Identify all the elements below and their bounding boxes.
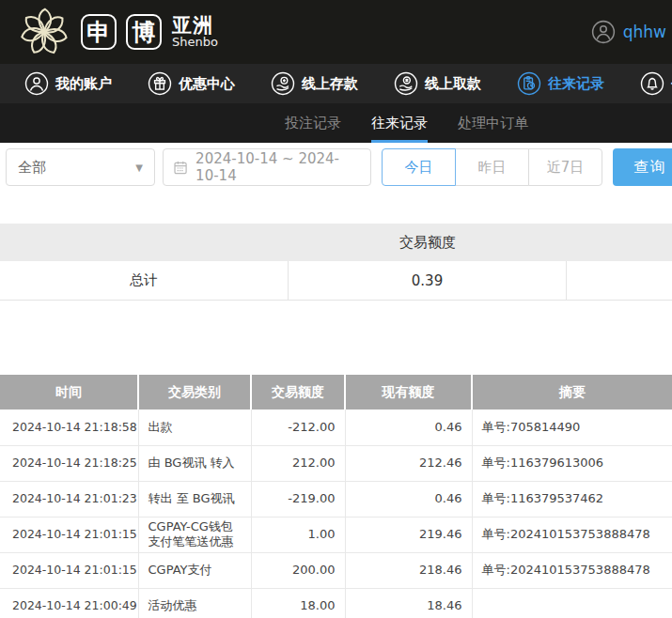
cell-balance: 218.46 bbox=[345, 552, 472, 588]
nav-item-deposit[interactable]: 线上存款 bbox=[271, 71, 358, 96]
summary-header-row: 交易额度 bbox=[0, 224, 672, 261]
date-range-input[interactable]: 2024-10-14 ~ 2024-10-14 bbox=[163, 148, 371, 186]
type-select-value: 全部 bbox=[18, 159, 46, 177]
summary-total-label: 总计 bbox=[0, 261, 289, 300]
table-row: 2024-10-14 21:18:25 由 BG视讯 转入 212.00 212… bbox=[0, 445, 672, 481]
logo-subtitle: Shenbo bbox=[172, 36, 218, 49]
summary-total-value: 0.39 bbox=[289, 261, 567, 300]
main-navigation: 我的账户 优惠中心 线上存款 bbox=[0, 64, 672, 103]
cell-balance: 219.46 bbox=[345, 517, 472, 552]
cell-time: 2024-10-14 21:18:58 bbox=[0, 409, 138, 445]
records-icon bbox=[517, 71, 541, 96]
logo-region-block: 亚洲 Shenbo bbox=[172, 15, 218, 49]
logo-region: 亚洲 bbox=[172, 15, 218, 36]
tab-pending-orders[interactable]: 处理中订单 bbox=[458, 103, 528, 143]
sub-navigation: 投注记录 往来记录 处理中订单 bbox=[0, 103, 672, 143]
cell-time: 2024-10-14 21:01:15 bbox=[0, 552, 138, 588]
cell-type: CGPAY支付 bbox=[138, 552, 251, 588]
user-avatar-icon bbox=[591, 20, 616, 44]
site-header: 申 博 亚洲 Shenbo qhhw bbox=[0, 0, 672, 64]
table-row: 2024-10-14 21:01:23 转出 至 BG视讯 -219.00 0.… bbox=[0, 481, 672, 517]
cell-memo: 单号:202410153753888478 bbox=[472, 517, 672, 552]
nav-item-my-account[interactable]: 我的账户 bbox=[24, 71, 112, 96]
bell-icon bbox=[640, 71, 664, 96]
cell-type: 转出 至 BG视讯 bbox=[138, 481, 251, 517]
search-button[interactable]: 查询 bbox=[613, 148, 672, 186]
calendar-icon bbox=[173, 159, 188, 176]
cell-amount: -219.00 bbox=[251, 481, 345, 517]
cell-memo: 单号:705814490 bbox=[472, 409, 672, 445]
col-header-time: 时间 bbox=[0, 375, 138, 409]
table-row: 2024-10-14 21:18:58 出款 -212.00 0.46 单号:7… bbox=[0, 409, 672, 445]
cell-balance: 0.46 bbox=[345, 481, 472, 517]
cell-time: 2024-10-14 21:01:15 bbox=[0, 517, 138, 552]
table-row: 2024-10-14 21:01:15 CGPAY支付 200.00 218.4… bbox=[0, 552, 672, 588]
cell-type: 活动优惠 bbox=[138, 588, 251, 618]
nav-item-withdraw[interactable]: 线上取款 bbox=[394, 71, 481, 96]
cell-memo: 单号:116379613006 bbox=[472, 445, 672, 481]
summary-empty-cell bbox=[567, 261, 672, 300]
table-row: 2024-10-14 21:01:15 CGPAY-CG钱包支付笔笔送优惠 1.… bbox=[0, 517, 672, 552]
chevron-down-icon: ▼ bbox=[135, 162, 143, 173]
filter-bar: 全部 ▼ 2024-10-14 ~ 2024-10-14 今日 昨日 近7日 查… bbox=[0, 143, 672, 203]
cell-amount: 212.00 bbox=[251, 445, 345, 481]
logo-char-bo: 博 bbox=[126, 14, 162, 50]
col-header-type: 交易类别 bbox=[138, 375, 251, 409]
logo-char-shen: 申 bbox=[81, 14, 117, 50]
cell-amount: 18.00 bbox=[251, 588, 345, 618]
quick-date-buttons: 今日 昨日 近7日 bbox=[382, 148, 602, 186]
yesterday-button[interactable]: 昨日 bbox=[455, 148, 529, 186]
cell-amount: 1.00 bbox=[251, 517, 345, 552]
gift-icon bbox=[148, 71, 172, 96]
nav-label: 线上取款 bbox=[425, 75, 481, 93]
withdraw-icon bbox=[394, 71, 418, 96]
cell-type: 出款 bbox=[138, 409, 251, 445]
user-icon bbox=[24, 71, 49, 96]
cell-type: 由 BG视讯 转入 bbox=[138, 445, 251, 481]
table-row: 2024-10-14 21:00:49 活动优惠 18.00 18.46 bbox=[0, 588, 672, 618]
nav-label: 往来记录 bbox=[548, 75, 604, 93]
username[interactable]: qhhw bbox=[623, 23, 666, 41]
nav-item-transactions[interactable]: 往来记录 bbox=[517, 71, 604, 96]
summary-total-row: 总计 0.39 bbox=[0, 261, 672, 301]
cell-time: 2024-10-14 21:01:23 bbox=[0, 481, 138, 517]
cell-time: 2024-10-14 21:00:49 bbox=[0, 588, 138, 618]
nav-item-promotions[interactable]: 优惠中心 bbox=[148, 71, 235, 96]
cell-memo: 单号:202410153753888478 bbox=[472, 552, 672, 588]
summary-table: 交易额度 总计 0.39 bbox=[0, 224, 672, 301]
col-header-balance: 现有额度 bbox=[345, 375, 472, 409]
nav-label: 线上存款 bbox=[302, 75, 358, 93]
deposit-icon bbox=[271, 71, 295, 96]
cell-amount: 200.00 bbox=[251, 552, 345, 588]
tab-betting-records[interactable]: 投注记录 bbox=[285, 103, 341, 143]
cell-amount: -212.00 bbox=[251, 409, 345, 445]
transaction-records-page: 申 博 亚洲 Shenbo qhhw 我的账户 bbox=[0, 0, 672, 618]
cell-balance: 18.46 bbox=[345, 588, 472, 618]
type-select[interactable]: 全部 ▼ bbox=[6, 148, 155, 186]
last7days-button[interactable]: 近7日 bbox=[528, 148, 602, 186]
today-button[interactable]: 今日 bbox=[382, 148, 456, 186]
tab-transaction-records[interactable]: 往来记录 bbox=[371, 103, 428, 143]
cell-type: CGPAY-CG钱包支付笔笔送优惠 bbox=[138, 517, 251, 552]
date-range-value: 2024-10-14 ~ 2024-10-14 bbox=[195, 150, 361, 184]
flower-logo-icon bbox=[17, 6, 71, 58]
nav-label: 优惠中心 bbox=[179, 75, 235, 93]
site-logo[interactable]: 申 博 亚洲 Shenbo bbox=[17, 6, 218, 58]
records-header-row: 时间 交易类别 交易额度 现有额度 摘要 bbox=[0, 375, 672, 409]
col-header-amount: 交易额度 bbox=[251, 375, 345, 409]
nav-label: 我的账户 bbox=[55, 75, 112, 93]
summary-header-label: 交易额度 bbox=[289, 224, 567, 261]
col-header-memo: 摘要 bbox=[472, 375, 672, 409]
records-table: 时间 交易类别 交易额度 现有额度 摘要 2024-10-14 21:18:58… bbox=[0, 375, 672, 618]
account-widget[interactable]: qhhw bbox=[591, 20, 666, 44]
cell-balance: 0.46 bbox=[345, 409, 472, 445]
cell-memo bbox=[472, 588, 672, 618]
cell-balance: 212.46 bbox=[345, 445, 472, 481]
nav-item-messages[interactable]: 信息 bbox=[640, 71, 672, 96]
cell-memo: 单号:116379537462 bbox=[472, 481, 672, 517]
cell-time: 2024-10-14 21:18:25 bbox=[0, 445, 138, 481]
